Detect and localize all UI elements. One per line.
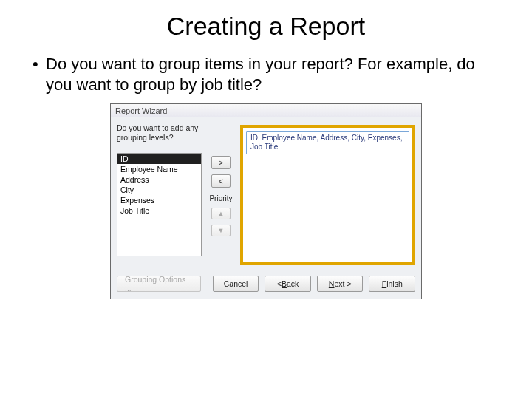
report-preview: ID, Employee Name, Address, City, Expens… [240, 125, 415, 265]
back-button[interactable]: < Back [265, 276, 311, 292]
slide-bullet: Do you want to group items in your repor… [30, 54, 502, 95]
dialog-footer: Grouping Options ... Cancel < Back Next … [111, 270, 421, 299]
priority-label: Priority [209, 194, 232, 202]
list-item[interactable]: Job Title [117, 205, 201, 216]
grouping-question: Do you want to add any grouping levels? [117, 123, 202, 146]
dialog-title: Report Wizard [115, 106, 167, 115]
list-item[interactable]: Expenses [117, 195, 201, 205]
priority-down-button[interactable]: ▼ [211, 225, 231, 236]
add-grouping-button[interactable]: > [211, 156, 231, 169]
report-wizard-dialog: Report Wizard Do you want to add any gro… [110, 103, 422, 299]
dialog-body: Do you want to add any grouping levels? … [111, 117, 421, 270]
finish-button[interactable]: Finish [369, 276, 415, 292]
priority-up-button[interactable]: ▲ [211, 208, 231, 219]
middle-controls: > < Priority ▲ ▼ [206, 123, 236, 265]
available-fields-list[interactable]: ID Employee Name Address City Expenses J… [117, 153, 202, 256]
next-button[interactable]: Next > [317, 276, 364, 292]
slide-title: Creating a Report [30, 12, 502, 41]
preview-field-summary: ID, Employee Name, Address, City, Expens… [246, 131, 409, 154]
cancel-button[interactable]: Cancel [213, 276, 259, 292]
list-item[interactable]: Address [117, 174, 201, 185]
list-item[interactable]: Employee Name [117, 164, 201, 174]
list-item[interactable]: ID [117, 154, 201, 164]
remove-grouping-button[interactable]: < [211, 174, 231, 188]
dialog-titlebar: Report Wizard [111, 104, 421, 117]
grouping-options-button: Grouping Options ... [117, 276, 201, 292]
right-panel: ID, Employee Name, Address, City, Expens… [240, 123, 415, 265]
left-panel: Do you want to add any grouping levels? … [117, 123, 202, 265]
list-item[interactable]: City [117, 185, 201, 195]
